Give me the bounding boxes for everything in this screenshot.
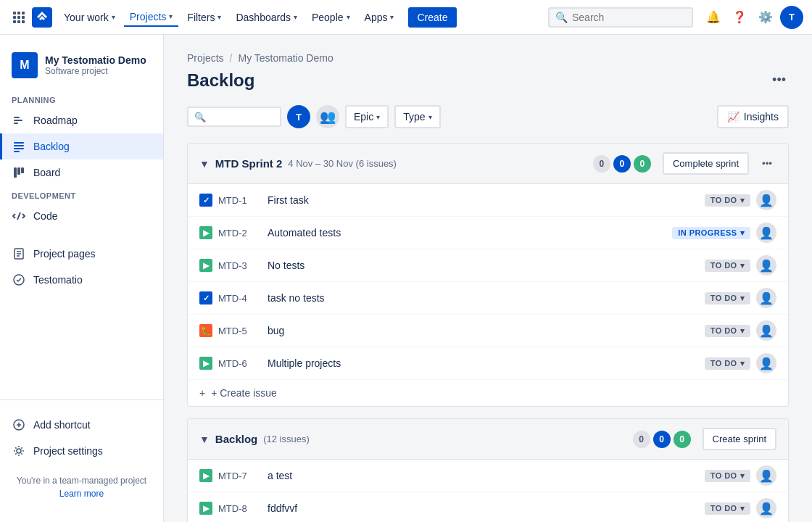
svg-rect-1 (14, 120, 22, 121)
badge-done: 0 (634, 155, 651, 173)
issue-type-story-icon: ▶ (199, 259, 212, 272)
backlog-search[interactable]: 🔍 (187, 107, 281, 127)
jira-logo[interactable] (32, 7, 52, 28)
create-sprint-button[interactable]: Create sprint (703, 428, 776, 450)
settings-button[interactable]: ⚙️ (754, 6, 777, 29)
nav-projects[interactable]: Projects ▾ (124, 8, 179, 27)
backlog-section: ▼ Backlog (12 issues) 0 0 0 Create sprin… (187, 418, 789, 522)
backlog-search-input[interactable] (210, 111, 274, 123)
status-badge[interactable]: TO DO ▾ (705, 502, 750, 515)
project-type: Software project (45, 66, 146, 76)
sprint-more-button[interactable]: ••• (758, 155, 776, 172)
sidebar-item-board[interactable]: Board (0, 160, 163, 186)
nav-your-work[interactable]: Your work ▾ (58, 9, 121, 26)
sidebar-item-backlog[interactable]: Backlog (0, 133, 163, 160)
issue-type-story-icon: ▶ (199, 357, 212, 370)
user-avatar[interactable]: T (780, 6, 803, 29)
issue-key[interactable]: MTD-4 (218, 293, 262, 304)
svg-rect-7 (14, 167, 17, 178)
sidebar-item-project-settings[interactable]: Project settings (0, 438, 163, 464)
issue-key[interactable]: MTD-6 (218, 358, 262, 369)
issue-summary[interactable]: fddfvvf (268, 502, 699, 514)
issue-key[interactable]: MTD-7 (218, 471, 262, 481)
nav-apps[interactable]: Apps ▾ (359, 9, 400, 26)
user-filter-avatar[interactable]: T (287, 105, 310, 128)
nav-people[interactable]: People ▾ (306, 9, 356, 26)
create-issue-button[interactable]: + + Create issue (188, 380, 788, 406)
issue-summary[interactable]: First task (268, 194, 699, 206)
breadcrumb-projects[interactable]: Projects (187, 52, 224, 64)
issue-summary[interactable]: Multiple projects (268, 357, 699, 369)
sidebar-project-header: M My Testomatio Demo Software project (0, 46, 163, 90)
svg-rect-9 (21, 167, 24, 173)
more-options-button[interactable]: ••• (769, 70, 789, 91)
issue-summary[interactable]: bug (268, 325, 699, 336)
status-badge[interactable]: TO DO ▾ (705, 325, 750, 337)
issue-key[interactable]: MTD-2 (218, 228, 262, 239)
status-badge[interactable]: TO DO ▾ (705, 194, 750, 207)
sidebar-item-project-pages[interactable]: Project pages (0, 241, 163, 267)
issue-key[interactable]: MTD-1 (218, 195, 262, 206)
search-box[interactable]: 🔍 (548, 7, 693, 28)
footer-text: You're in a team-managed project (17, 476, 146, 486)
chevron-down-icon: ▾ (428, 113, 432, 121)
issue-key[interactable]: MTD-5 (218, 326, 262, 336)
sprint-header: ▼ MTD Sprint 2 4 Nov – 30 Nov (6 issues)… (188, 144, 788, 184)
sidebar-label-project-settings: Project settings (33, 445, 103, 457)
status-badge[interactable]: TO DO ▾ (705, 260, 750, 272)
sprint-toggle-button[interactable]: ▼ (199, 158, 210, 170)
issue-key[interactable]: MTD-3 (218, 260, 262, 271)
breadcrumb-project-name[interactable]: My Testomatio Demo (238, 52, 333, 64)
backlog-toggle-button[interactable]: ▼ (199, 434, 210, 445)
pages-icon (12, 246, 26, 261)
learn-more-link[interactable]: Learn more (12, 489, 152, 499)
notifications-button[interactable]: 🔔 (702, 6, 725, 29)
help-button[interactable]: ❓ (728, 6, 751, 29)
sidebar-label-board: Board (33, 167, 60, 178)
sidebar-label-backlog: Backlog (33, 141, 70, 152)
epic-filter-button[interactable]: Epic ▾ (345, 105, 389, 128)
sidebar-item-code[interactable]: Code (0, 203, 163, 229)
issue-summary[interactable]: a test (268, 470, 699, 481)
issue-summary[interactable]: Automated tests (268, 227, 666, 239)
status-badge[interactable]: TO DO ▾ (705, 292, 750, 304)
sidebar-item-add-shortcut[interactable]: Add shortcut (0, 412, 163, 438)
chevron-down-icon: ▾ (294, 13, 297, 21)
sidebar-item-testomatio[interactable]: Testomatio (0, 267, 163, 293)
status-badge[interactable]: TO DO ▾ (705, 357, 750, 370)
sidebar-item-roadmap[interactable]: Roadmap (0, 107, 163, 133)
sidebar-label-add-shortcut: Add shortcut (33, 419, 91, 431)
issue-type-task-icon: ✓ (199, 194, 212, 207)
project-icon: M (12, 52, 38, 78)
group-filter-avatar[interactable]: 👥 (316, 105, 339, 128)
backlog-icon (12, 139, 26, 154)
status-badge[interactable]: TO DO ▾ (705, 470, 750, 482)
chevron-down-icon: ▾ (376, 113, 380, 121)
create-button[interactable]: Create (408, 7, 456, 28)
chevron-down-icon: ▾ (347, 13, 350, 21)
insights-button[interactable]: 📈 Insights (717, 105, 789, 128)
issue-summary[interactable]: No tests (268, 260, 699, 271)
type-filter-button[interactable]: Type ▾ (394, 105, 440, 128)
complete-sprint-button[interactable]: Complete sprint (663, 152, 749, 175)
search-input[interactable] (572, 12, 686, 23)
issue-type-story-icon: ▶ (199, 469, 212, 482)
badge-todo: 0 (593, 155, 610, 173)
settings-icon (12, 444, 26, 458)
backlog-title: Backlog (215, 433, 257, 445)
nav-filters[interactable]: Filters ▾ (181, 9, 227, 26)
issue-assignee: 👤 (756, 190, 776, 210)
table-row: ▶ MTD-2 Automated tests IN PROGRESS ▾ 👤 (188, 217, 788, 249)
issue-summary[interactable]: task no tests (268, 292, 699, 304)
svg-rect-2 (14, 123, 18, 124)
issue-key[interactable]: MTD-8 (218, 503, 262, 514)
layout: M My Testomatio Demo Software project PL… (0, 35, 812, 522)
sidebar-label-project-pages: Project pages (33, 248, 96, 260)
sprint-dates: 4 Nov – 30 Nov (6 issues) (288, 158, 397, 169)
nav-dashboards[interactable]: Dashboards ▾ (230, 9, 303, 26)
apps-grid-button[interactable] (9, 7, 29, 28)
status-badge[interactable]: IN PROGRESS ▾ (672, 227, 750, 239)
backlog-section-header: ▼ Backlog (12 issues) 0 0 0 Create sprin… (188, 419, 788, 460)
sidebar-label-roadmap: Roadmap (33, 115, 78, 126)
gear-icon: ⚙️ (758, 10, 773, 24)
